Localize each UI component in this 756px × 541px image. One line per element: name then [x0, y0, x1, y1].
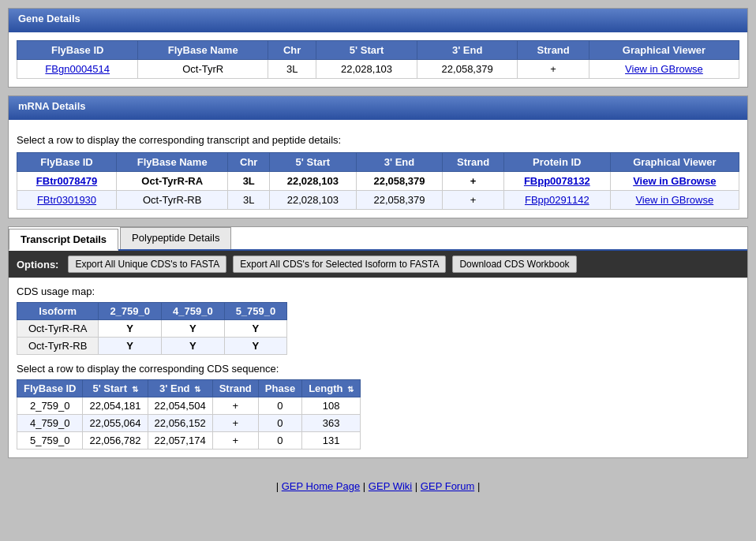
cds-map-row: Oct-TyrR-RBYYY — [17, 338, 287, 355]
col-strand: Strand — [518, 41, 589, 60]
gene-flybase-id-link[interactable]: FBgn0004514 — [45, 63, 110, 75]
download-cds-workbook-button[interactable]: Download CDS Workbook — [452, 256, 576, 273]
gene-details-panel: Gene Details FlyBase ID FlyBase Name Chr… — [8, 8, 748, 88]
col-flybase-name: FlyBase Name — [138, 41, 268, 60]
gene-flybase-id: FBgn0004514 — [17, 60, 138, 79]
cds-seq-col: Length ⇅ — [302, 380, 361, 397]
options-bar: Options: Export All Unique CDS's to FAST… — [9, 251, 747, 278]
mrna-row[interactable]: FBtr0078479 Oct-TyrR-RA 3L 22,028,103 22… — [17, 172, 739, 191]
mrna-strand-cell: + — [443, 191, 504, 210]
cds-start: 22,054,181 — [83, 397, 148, 415]
gene-chr: 3L — [268, 60, 316, 79]
cds-section: CDS usage map: Isoform2_759_04_759_05_75… — [9, 278, 747, 457]
cds-seq-col: 3' End ⇅ — [148, 380, 212, 397]
mrna-details-panel: mRNA Details Select a row to display the… — [8, 95, 748, 218]
cds-seq-row[interactable]: 5_759_0 22,056,782 22,057,174 + 0 131 — [17, 432, 361, 450]
mrna-col-flybase-name: FlyBase Name — [116, 153, 227, 172]
mrna-col-strand: Strand — [443, 153, 504, 172]
gene-start: 22,028,103 — [316, 60, 417, 79]
tab-transcript-details[interactable]: Transcript Details — [9, 229, 118, 251]
export-selected-cds-button[interactable]: Export All CDS's for Selected Isoform to… — [233, 256, 446, 273]
col-3end: 3' End — [417, 41, 518, 60]
footer-separator-2: | — [363, 480, 369, 492]
cds-end: 22,056,152 — [148, 415, 212, 432]
mrna-id-link[interactable]: FBtr0301930 — [37, 194, 96, 206]
cds-length: 363 — [302, 415, 361, 432]
cds-map-label: CDS usage map: — [17, 285, 739, 297]
cds-phase: 0 — [258, 432, 301, 450]
mrna-strand-cell: + — [443, 172, 504, 191]
col-5start: 5' Start — [316, 41, 417, 60]
cds-strand: + — [212, 432, 258, 450]
mrna-details-header: mRNA Details — [9, 96, 95, 120]
cds-seq-col: Phase — [258, 380, 301, 397]
cds-length: 108 — [302, 397, 361, 415]
tab-bar: Transcript Details Polypeptide Details — [9, 227, 747, 251]
cds-map-row: Oct-TyrR-RAYYY — [17, 320, 287, 338]
cds-strand: + — [212, 415, 258, 432]
col-graphical-viewer: Graphical Viewer — [589, 41, 739, 60]
footer: | GEP Home Page | GEP Wiki | GEP Forum | — [0, 474, 756, 498]
mrna-col-3end: 3' End — [356, 153, 443, 172]
mrna-col-chr: Chr — [228, 153, 270, 172]
cds-seq-row[interactable]: 2_759_0 22,054,181 22,054,504 + 0 108 — [17, 397, 361, 415]
gene-table: FlyBase ID FlyBase Name Chr 5' Start 3' … — [17, 40, 739, 79]
gene-viewer-link[interactable]: View in GBrowse — [625, 63, 703, 75]
gene-flybase-name: Oct-TyrR — [138, 60, 268, 79]
mrna-id-cell: FBtr0301930 — [17, 191, 117, 210]
options-label: Options: — [17, 259, 58, 270]
cds-id: 4_759_0 — [17, 415, 83, 432]
sort-icon[interactable]: ⇅ — [194, 385, 200, 394]
mrna-end-cell: 22,058,379 — [356, 191, 443, 210]
mrna-protein-link[interactable]: FBpp0078132 — [524, 175, 590, 187]
cds-map-isoform-name: Oct-TyrR-RA — [17, 320, 99, 338]
sort-icon[interactable]: ⇅ — [347, 385, 354, 394]
cds-end: 22,057,174 — [148, 432, 212, 450]
gene-end: 22,058,379 — [417, 60, 518, 79]
mrna-start-cell: 22,028,103 — [270, 191, 357, 210]
cds-phase: 0 — [258, 397, 301, 415]
mrna-viewer-link[interactable]: View in GBrowse — [635, 194, 713, 206]
mrna-start-cell: 22,028,103 — [270, 172, 357, 191]
gene-row: FBgn0004514 Oct-TyrR 3L 22,028,103 22,05… — [17, 60, 739, 79]
cds-seq-table: FlyBase ID5' Start ⇅3' End ⇅StrandPhaseL… — [17, 379, 361, 450]
footer-separator-4: | — [477, 480, 480, 492]
tab-polypeptide-details[interactable]: Polypeptide Details — [120, 227, 231, 249]
cds-id: 2_759_0 — [17, 397, 83, 415]
cds-map-col: 5_759_0 — [224, 303, 287, 320]
col-chr: Chr — [268, 41, 316, 60]
footer-gep-home-link[interactable]: GEP Home Page — [282, 480, 360, 492]
gene-viewer: View in GBrowse — [589, 60, 739, 79]
cds-seq-col: FlyBase ID — [17, 380, 83, 397]
mrna-protein-cell: FBpp0078132 — [503, 172, 610, 191]
cds-map-table: Isoform2_759_04_759_05_759_0 Oct-TyrR-RA… — [17, 302, 287, 355]
footer-separator-1: | — [276, 480, 282, 492]
details-panel: Transcript Details Polypeptide Details O… — [8, 226, 748, 458]
cds-map-y-cell: Y — [162, 338, 225, 355]
footer-separator-3: | — [415, 480, 421, 492]
gene-details-header: Gene Details — [9, 9, 90, 32]
cds-seq-col: 5' Start ⇅ — [83, 380, 148, 397]
mrna-row[interactable]: FBtr0301930 Oct-TyrR-RB 3L 22,028,103 22… — [17, 191, 739, 210]
mrna-col-protein-id: Protein ID — [503, 153, 610, 172]
mrna-id-cell: FBtr0078479 — [17, 172, 117, 191]
mrna-instruction: Select a row to display the correspondin… — [17, 134, 739, 146]
mrna-col-flybase-id: FlyBase ID — [17, 153, 117, 172]
mrna-protein-link[interactable]: FBpp0291142 — [525, 194, 589, 206]
cds-map-y-cell: Y — [224, 320, 287, 338]
cds-map-col: 4_759_0 — [162, 303, 225, 320]
mrna-id-link[interactable]: FBtr0078479 — [36, 175, 97, 187]
footer-gep-wiki-link[interactable]: GEP Wiki — [369, 480, 412, 492]
mrna-viewer-cell: View in GBrowse — [610, 191, 739, 210]
footer-gep-forum-link[interactable]: GEP Forum — [421, 480, 474, 492]
col-flybase-id: FlyBase ID — [17, 41, 138, 60]
mrna-chr-cell: 3L — [228, 191, 270, 210]
mrna-viewer-link[interactable]: View in GBrowse — [633, 175, 716, 187]
sort-icon[interactable]: ⇅ — [132, 385, 138, 394]
cds-seq-row[interactable]: 4_759_0 22,055,064 22,056,152 + 0 363 — [17, 415, 361, 432]
cds-map-col: 2_759_0 — [99, 303, 162, 320]
mrna-col-graphical-viewer: Graphical Viewer — [610, 153, 739, 172]
cds-start: 22,056,782 — [83, 432, 148, 450]
mrna-viewer-cell: View in GBrowse — [610, 172, 739, 191]
export-unique-cds-button[interactable]: Export All Unique CDS's to FASTA — [68, 256, 226, 273]
